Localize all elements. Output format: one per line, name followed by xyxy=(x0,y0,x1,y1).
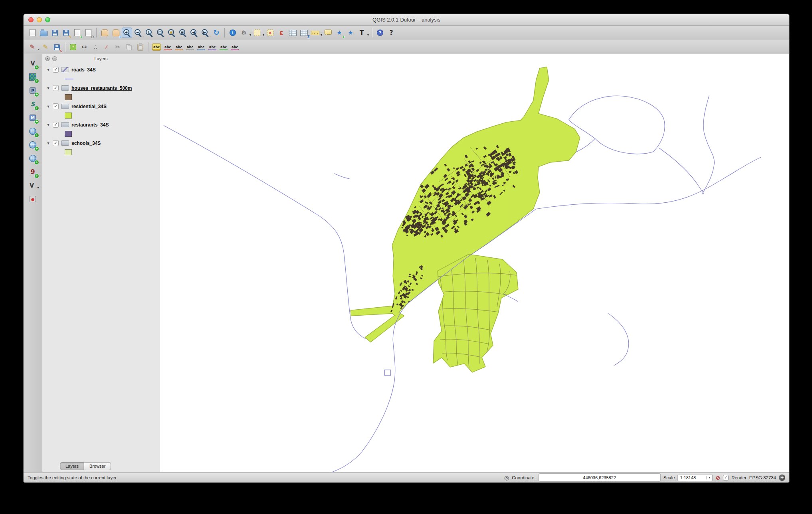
deselect-features-icon[interactable]: × xyxy=(265,28,275,38)
zoom-to-selection-icon[interactable]: ▣ xyxy=(166,28,177,38)
layer-labeling-options-icon[interactable]: abc xyxy=(151,42,162,52)
identify-features-icon[interactable]: i xyxy=(228,28,238,38)
layer-name[interactable]: roads_34S xyxy=(71,67,96,73)
layer-name[interactable]: restaurants_34S xyxy=(71,122,109,128)
layer-checkbox[interactable]: ✓ xyxy=(53,103,59,109)
layer-name[interactable]: residential_34S xyxy=(71,104,107,109)
zoom-in-icon[interactable]: + xyxy=(122,28,132,38)
zoom-out-icon[interactable]: − xyxy=(133,28,143,38)
delete-selected-icon[interactable]: ✗ xyxy=(101,42,112,52)
close-button[interactable] xyxy=(28,17,34,22)
layer-checkbox[interactable]: ✓ xyxy=(53,140,59,146)
zoom-next-icon[interactable]: ▶ xyxy=(200,28,210,38)
select-by-expression-icon[interactable]: ε xyxy=(276,28,287,38)
new-bookmark-icon[interactable]: ★+ xyxy=(334,28,345,38)
select-features-icon-dropdown-arrow[interactable]: ▾ xyxy=(263,33,264,37)
new-project-icon[interactable] xyxy=(27,28,38,38)
layer-expand-arrow[interactable]: ▼ xyxy=(46,141,50,145)
select-features-icon[interactable]: ▾ xyxy=(252,28,262,38)
measure-icon[interactable]: ▾ xyxy=(310,28,320,38)
panel-tab-layers[interactable]: Layers xyxy=(60,462,84,470)
add-postgis-layer-icon[interactable]: P+ xyxy=(28,85,38,96)
zoom-button[interactable] xyxy=(45,17,50,22)
run-feature-action-icon[interactable]: ⚙▾ xyxy=(239,28,249,38)
map-tips-icon[interactable] xyxy=(323,28,333,38)
text-annotation-icon-dropdown-arrow[interactable]: ▾ xyxy=(367,33,369,37)
zoom-full-icon[interactable]: □ xyxy=(155,28,166,38)
float-panel-button[interactable]: ◦ xyxy=(52,56,57,61)
mouse-position-icon[interactable]: ◎ xyxy=(504,475,509,480)
zoom-last-icon[interactable]: ◀ xyxy=(189,28,199,38)
move-feature-icon[interactable]: ↔ xyxy=(79,42,89,52)
new-print-composer-icon[interactable]: + xyxy=(72,28,82,38)
layer-item-restaurants_34S[interactable]: ▼✓restaurants_34S xyxy=(42,120,160,130)
open-attribute-table-icon[interactable] xyxy=(287,28,298,38)
layer-expand-arrow[interactable]: ▼ xyxy=(46,86,50,90)
help-icon[interactable]: ? xyxy=(375,28,385,38)
measure-icon-dropdown-arrow[interactable]: ▾ xyxy=(321,33,322,37)
layer-checkbox[interactable]: ✓ xyxy=(53,85,59,91)
open-project-icon[interactable] xyxy=(38,28,49,38)
new-shapefile-layer-icon-dropdown-arrow[interactable]: ▾ xyxy=(37,186,39,190)
current-edits-icon[interactable]: ✎▾ xyxy=(27,42,38,52)
layer-item-residential_34S[interactable]: ▼✓residential_34S xyxy=(42,101,160,111)
add-wcs-layer-icon[interactable]: + xyxy=(28,140,38,150)
add-feature-icon[interactable]: * xyxy=(68,42,78,52)
layer-checkbox[interactable]: ✓ xyxy=(53,122,59,128)
change-label-icon[interactable]: abc xyxy=(218,42,229,52)
label-properties-icon[interactable]: abc xyxy=(230,42,240,52)
paste-features-icon[interactable] xyxy=(135,42,145,52)
layer-expand-arrow[interactable]: ▼ xyxy=(46,123,50,127)
field-calculator-icon[interactable]: Σ xyxy=(299,28,309,38)
add-wms-layer-icon[interactable]: + xyxy=(28,126,38,136)
add-oracle-layer-icon[interactable]: 9+ xyxy=(28,167,38,177)
map-canvas[interactable] xyxy=(160,54,789,472)
layer-checkbox[interactable]: ✓ xyxy=(53,67,59,73)
whats-this-icon[interactable]: ? xyxy=(386,28,396,38)
layer-name[interactable]: houses_restaurants_500m xyxy=(71,85,132,91)
add-wfs-layer-icon[interactable]: + xyxy=(28,153,38,164)
cut-features-icon[interactable]: ✂ xyxy=(113,42,123,52)
composer-manager-icon[interactable]: ⚙ xyxy=(83,28,93,38)
coordinate-input[interactable] xyxy=(539,473,661,482)
save-project-icon[interactable] xyxy=(50,28,60,38)
title-bar[interactable]: QGIS 2.0.1-Dufour – analysis xyxy=(24,14,789,26)
add-spatialite-layer-icon[interactable]: S+ xyxy=(28,99,38,109)
layer-expand-arrow[interactable]: ▼ xyxy=(46,68,50,72)
save-project-as-icon[interactable]: ✎ xyxy=(61,28,71,38)
save-layer-edits-icon[interactable]: ✎ xyxy=(51,42,62,52)
show-bookmarks-icon[interactable]: ★ xyxy=(345,28,356,38)
panel-tab-browser[interactable]: Browser xyxy=(84,462,111,470)
refresh-map-icon[interactable]: ↻ xyxy=(211,28,222,38)
pin-unpin-labels-icon[interactable]: abc xyxy=(162,42,173,52)
node-tool-icon[interactable]: ∴ xyxy=(90,42,101,52)
toggle-editing-icon[interactable]: ✎ xyxy=(40,42,51,52)
zoom-to-layer-icon[interactable]: ≡ xyxy=(178,28,188,38)
pan-to-selection-icon[interactable]: + xyxy=(111,28,121,38)
minimize-button[interactable] xyxy=(37,17,42,22)
render-checkbox[interactable]: ✓ xyxy=(723,475,729,480)
scale-combo[interactable]: 1:18148 ▾ xyxy=(677,474,713,481)
crs-status-button[interactable]: + xyxy=(779,474,785,481)
highlight-pinned-labels-icon[interactable]: abc xyxy=(174,42,184,52)
scale-dropdown-arrow[interactable]: ▾ xyxy=(706,476,712,479)
zoom-native-icon[interactable]: 1 xyxy=(144,28,154,38)
layer-expand-arrow[interactable]: ▼ xyxy=(46,105,50,109)
text-annotation-icon[interactable]: T▾ xyxy=(356,28,367,38)
copy-features-icon[interactable] xyxy=(124,42,134,52)
close-panel-button[interactable]: × xyxy=(45,56,50,61)
add-delimited-text-layer-icon[interactable]: ● xyxy=(28,194,38,204)
pan-map-icon[interactable] xyxy=(99,28,110,38)
run-feature-action-icon-dropdown-arrow[interactable]: ▾ xyxy=(250,33,251,37)
move-label-icon[interactable]: abc xyxy=(196,42,206,52)
stop-rendering-icon[interactable]: ⊘ xyxy=(715,475,720,480)
current-edits-icon-dropdown-arrow[interactable]: ▾ xyxy=(38,47,40,51)
layer-name[interactable]: schools_34S xyxy=(71,140,101,146)
add-vector-layer-icon[interactable]: V+ xyxy=(28,58,38,69)
add-raster-layer-icon[interactable]: + xyxy=(28,72,38,82)
layer-item-roads_34S[interactable]: ▼✓roads_34S xyxy=(42,65,160,75)
add-mssql-layer-icon[interactable]: M+ xyxy=(28,113,38,123)
layer-item-houses_restaurants_500m[interactable]: ▼✓houses_restaurants_500m xyxy=(42,83,160,93)
new-shapefile-layer-icon[interactable]: V▾ xyxy=(27,180,37,191)
layer-item-schools_34S[interactable]: ▼✓schools_34S xyxy=(42,138,160,148)
